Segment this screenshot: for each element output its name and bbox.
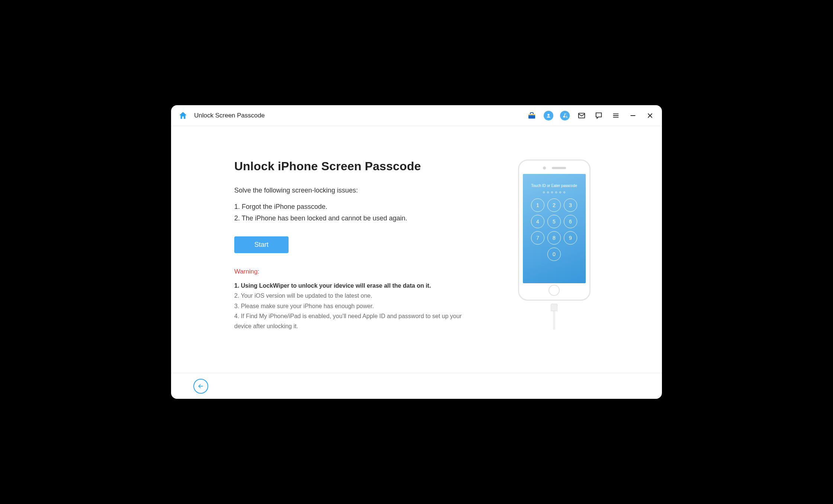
- phone-home-button-icon: [549, 285, 560, 296]
- toolbox-icon[interactable]: [527, 110, 537, 121]
- subheading: Solve the following screen-locking issue…: [234, 187, 480, 194]
- minimize-icon[interactable]: [628, 110, 638, 121]
- issue-list: 1. Forgot the iPhone passcode. 2. The iP…: [234, 201, 480, 224]
- warning-label: Warning:: [234, 268, 480, 275]
- keypad-key: 4: [531, 215, 544, 228]
- account-icon[interactable]: [544, 111, 553, 120]
- back-button[interactable]: [193, 379, 208, 394]
- music-search-icon[interactable]: [560, 111, 570, 120]
- footer: [171, 373, 662, 399]
- illustration-column: Touch ID or Eater passcode 1 2 3 4 5 6 7…: [495, 159, 614, 369]
- feedback-icon[interactable]: [594, 110, 604, 121]
- warning-item: 2. Your iOS version will be updated to t…: [234, 291, 480, 301]
- titlebar: Unlock Screen Passcode: [171, 105, 662, 126]
- page-heading: Unlock iPhone Screen Passcode: [234, 159, 480, 173]
- svg-line-4: [567, 117, 567, 118]
- keypad-key: 8: [547, 231, 561, 245]
- keypad-key: 2: [547, 198, 561, 212]
- keypad-key: 9: [564, 231, 577, 245]
- close-icon[interactable]: [645, 110, 655, 121]
- window-title: Unlock Screen Passcode: [194, 112, 521, 119]
- issue-item: 1. Forgot the iPhone passcode.: [234, 201, 480, 213]
- passcode-dots: [543, 191, 565, 193]
- start-button[interactable]: Start: [234, 236, 289, 253]
- warning-list: 1. Using LockWiper to unlock your idevic…: [234, 281, 480, 331]
- content-area: Unlock iPhone Screen Passcode Solve the …: [171, 126, 662, 373]
- svg-rect-1: [528, 114, 535, 115]
- keypad-key: 3: [564, 198, 577, 212]
- keypad-key: 5: [547, 215, 561, 228]
- phone-lock-label: Touch ID or Eater passcode: [531, 184, 577, 188]
- main-column: Unlock iPhone Screen Passcode Solve the …: [234, 159, 480, 369]
- keypad-key: 7: [531, 231, 544, 245]
- app-window: Unlock Screen Passcode: [171, 105, 662, 399]
- keypad-key: 0: [547, 248, 561, 261]
- cable-plug-icon: [551, 304, 557, 311]
- warning-item: 3. Please make sure your iPhone has enou…: [234, 301, 480, 311]
- phone-illustration: Touch ID or Eater passcode 1 2 3 4 5 6 7…: [518, 159, 591, 369]
- phone-keypad: 1 2 3 4 5 6 7 8 9 0: [531, 198, 577, 261]
- issue-item: 2. The iPhone has been locked and cannot…: [234, 213, 480, 224]
- mail-icon[interactable]: [576, 110, 587, 121]
- cable-line-icon: [553, 311, 555, 330]
- menu-icon[interactable]: [611, 110, 621, 121]
- warning-item: 4. If Find My iPhone/iPad is enabled, yo…: [234, 311, 480, 331]
- keypad-key: 6: [564, 215, 577, 228]
- home-icon[interactable]: [178, 110, 188, 121]
- keypad-key: 1: [531, 198, 544, 212]
- warning-item: 1. Using LockWiper to unlock your idevic…: [234, 281, 480, 291]
- svg-point-2: [547, 114, 549, 116]
